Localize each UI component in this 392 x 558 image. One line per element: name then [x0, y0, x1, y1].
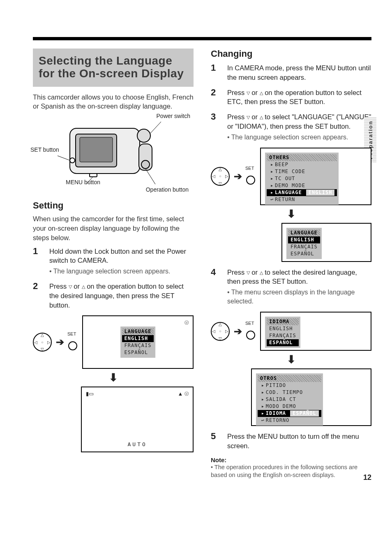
note-body: The operation procedures in the followin… [211, 463, 371, 479]
note-heading: Note: [211, 456, 371, 463]
language-select-display: LANGUAGE ENGLISH FRANÇAIS ESPAÑOL [281, 223, 371, 262]
result-display: ▮▭ ▲ ⦾ AUTO [81, 387, 194, 452]
step-text: Press ▽ or △ on the operation button to … [227, 88, 371, 107]
down-triangle-icon: ▽ [247, 115, 250, 120]
menu-item: ENGLISH [267, 325, 299, 332]
svg-point-6 [70, 158, 75, 163]
setting-heading: Setting [33, 200, 194, 211]
section-heading: Selecting the Language for the On-screen… [39, 54, 188, 80]
changing-step-4: 4 Press ▽ or △ to select the desired lan… [211, 268, 371, 306]
right-column: Changing 1 In CAMERA mode, press the MEN… [209, 49, 371, 479]
otros-menu-display: OTROS ▸PITIDO ▸COD. TIEMPO ▸SALIDA CT ▸M… [251, 368, 371, 426]
step-text: Press ▽ or △ to select "LANGUAGE" ("LANG… [227, 112, 371, 142]
step-number: 2 [33, 282, 42, 310]
setting-step-1: 1 Hold down the Lock button and set the … [33, 247, 194, 276]
tape-icon: ⦾ [184, 320, 189, 326]
changing-step-2: 2 Press ▽ or △ on the operation button t… [211, 88, 371, 107]
menu-header: IDIOMA [267, 318, 299, 325]
step-number: 1 [33, 247, 42, 276]
top-rule [33, 37, 371, 40]
svg-line-8 [150, 122, 161, 133]
changing-step-3: 3 Press ▽ or △ to select "LANGUAGE" ("LA… [211, 112, 371, 142]
arrow-down-icon: ⬇ [211, 208, 371, 220]
menu-item: FRANÇAIS [288, 243, 320, 250]
intro-paragraph: This camcorder allows you to choose Engl… [33, 93, 194, 111]
menu-item: ↩RETURN [267, 196, 337, 203]
set-label: SET [245, 166, 254, 171]
left-column: Selecting the Language for the On-screen… [33, 49, 197, 479]
step-number: 1 [211, 63, 220, 82]
step-text: In CAMERA mode, press the MENU button un… [227, 63, 371, 82]
step-sub: The language selection screen appears. [227, 133, 371, 142]
section-heading-box: Selecting the Language for the On-screen… [33, 49, 194, 87]
menu-item: ESPAÑOL [122, 349, 154, 356]
others-menu-panel: OTHERS ▸BEEP ▸TIME CODE ▸TC OUT ▸DEMO MO… [265, 153, 339, 205]
joystick-icon: △▽▷◁ [33, 333, 52, 352]
menu-header: LANGUAGE [122, 328, 154, 335]
menu-header: LANGUAGE [288, 229, 320, 236]
changing-step-1: 1 In CAMERA mode, press the MENU button … [211, 63, 371, 82]
joystick-icon: △▽▷◁ [211, 167, 230, 186]
auto-indicator: AUTO [128, 441, 147, 447]
step-number: 5 [211, 432, 220, 451]
menu-value: ENGLISH [306, 190, 335, 196]
step-number: 3 [211, 112, 220, 142]
svg-rect-7 [90, 174, 97, 177]
set-button-icon [246, 176, 255, 185]
joystick-set-figure: △▽▷◁ ➔ SET [211, 322, 255, 341]
up-triangle-icon: △ [260, 270, 263, 275]
arrow-down-icon: ⬇ [211, 353, 371, 366]
step-text: Press the MENU button to turn off the me… [227, 432, 371, 451]
up-triangle-icon: △ [260, 90, 263, 95]
menu-item: ▸PITIDO [258, 382, 321, 389]
page-number: 12 [363, 473, 371, 482]
svg-rect-2 [80, 137, 113, 162]
menu-item: ▸LANGUAGEENGLISH [267, 189, 337, 196]
label-power-switch: Power switch [157, 113, 190, 119]
menu-header: OTHERS [267, 154, 337, 161]
person-tape-icon: ▲ ⦾ [178, 391, 189, 397]
menu-header: OTROS [258, 375, 321, 382]
menu-item: ▸SALIDA CT [258, 396, 321, 403]
step-text: Press ▽ or △ on the operation button to … [49, 282, 194, 310]
menu-item: ESPAÑOL [288, 250, 320, 257]
svg-point-3 [137, 129, 150, 142]
step-text: Hold down the Lock button and set the Po… [49, 248, 186, 264]
menu-item: ESPAÑOL [267, 339, 299, 346]
menu-value: ESPAÑOL [290, 410, 319, 417]
menu-item: ▸COD. TIEMPO [258, 389, 321, 396]
joystick-icon: △▽▷◁ [211, 322, 230, 341]
camcorder-figure: Power switch SET button MENU button Oper… [33, 113, 194, 193]
menu-item: ↩RETORNO [258, 417, 321, 424]
set-label: SET [67, 331, 76, 336]
arrow-down-icon: ⬇ [33, 371, 194, 384]
changing-steps: 1 In CAMERA mode, press the MENU button … [211, 63, 371, 142]
set-button-icon [68, 341, 77, 350]
language-menu-panel: LANGUAGE ENGLISH FRANÇAIS ESPAÑOL [120, 326, 156, 358]
changing-step-5: 5 Press the MENU button to turn off the … [211, 432, 371, 451]
set-button-icon [246, 331, 255, 340]
setting-intro: When using the camcorder for the first t… [33, 214, 194, 242]
idioma-select-panel: IDIOMA ENGLISH FRANÇAIS ESPAÑOL [265, 317, 300, 348]
menu-item: ▸IDIOMAESPAÑOL [258, 410, 321, 417]
down-triangle-icon: ▽ [69, 284, 72, 289]
up-triangle-icon: △ [260, 115, 263, 120]
setting-steps: 1 Hold down the Lock button and set the … [33, 247, 194, 310]
svg-point-5 [141, 160, 150, 169]
label-set-button: SET button [30, 146, 59, 153]
menu-item: FRANÇAIS [122, 342, 154, 349]
svg-line-9 [58, 155, 70, 160]
arrow-right-icon: ➔ [234, 171, 242, 182]
down-triangle-icon: ▽ [247, 90, 250, 95]
battery-icon: ▮▭ [86, 391, 94, 397]
menu-item: ▸TC OUT [267, 175, 337, 182]
changing-heading: Changing [211, 49, 371, 59]
up-triangle-icon: △ [82, 284, 85, 289]
camcorder-icon [58, 120, 168, 186]
menu-item: ▸TIME CODE [267, 168, 337, 175]
menu-item: ENGLISH [288, 236, 320, 243]
step-sub: The language selection screen appears. [49, 267, 194, 276]
svg-line-11 [145, 169, 155, 184]
setting-step-2: 2 Press ▽ or △ on the operation button t… [33, 282, 194, 310]
menu-item: FRANÇAIS [267, 332, 299, 339]
